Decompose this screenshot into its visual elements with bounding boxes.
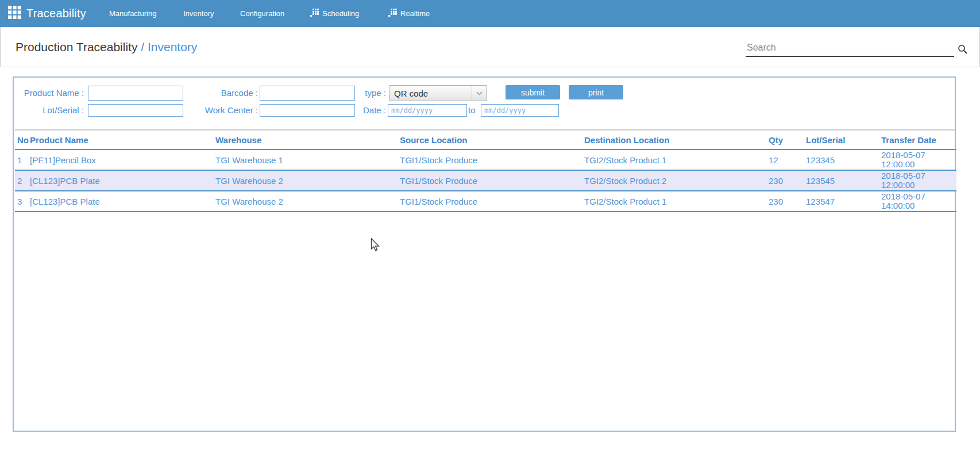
- cell-qty: 12: [769, 149, 806, 170]
- col-header-lot-serial: Lot/Serial: [806, 130, 881, 149]
- top-navbar: Traceability Manufacturing Inventory Con…: [0, 0, 980, 27]
- date-from-input[interactable]: [388, 104, 467, 117]
- brand[interactable]: Traceability: [8, 0, 86, 27]
- table-row: 1 [PE11]Pencil Box TGI Warehouse 1 TGI1/…: [15, 149, 956, 170]
- cell-no: 2: [15, 170, 30, 191]
- breadcrumb-separator: /: [141, 40, 144, 53]
- brand-title: Traceability: [26, 7, 86, 20]
- nav-item-configuration[interactable]: Configuration: [240, 0, 284, 27]
- search-input[interactable]: [746, 40, 954, 57]
- nav-item-manufacturing[interactable]: Manufacturing: [109, 0, 156, 27]
- submit-button[interactable]: submit: [506, 85, 560, 99]
- page-title-text: Production Traceability: [16, 40, 137, 53]
- cell-warehouse: TGI Warehouse 1: [215, 149, 400, 170]
- col-header-product-name: Product Name: [30, 130, 215, 149]
- col-header-qty: Qty: [769, 130, 806, 149]
- cell-source-location: TGI1/Stock Produce: [400, 170, 584, 191]
- date-to-input[interactable]: [481, 104, 559, 117]
- cell-transfer-date: 2018-05-07 12:00:00: [881, 170, 956, 191]
- lot-serial-label: Lot/Serial :: [14, 104, 84, 117]
- cell-lot-serial: 123345: [806, 149, 881, 170]
- content-panel: Product Name : Barcode : type : QR code …: [13, 76, 956, 432]
- grid-icon: [388, 9, 397, 19]
- grid-icon: [310, 9, 319, 19]
- results-table: No Product Name Warehouse Source Locatio…: [15, 129, 956, 212]
- type-select[interactable]: QR code: [389, 85, 487, 101]
- nav-item-label: Realtime: [400, 9, 430, 18]
- page-header: Production Traceability / Inventory: [0, 27, 980, 67]
- cell-lot-serial: 123547: [806, 191, 881, 212]
- nav-item-scheduling[interactable]: Scheduling: [310, 0, 359, 27]
- table-header-row: No Product Name Warehouse Source Locatio…: [15, 130, 956, 149]
- col-header-transfer-date: Transfer Date: [881, 130, 956, 149]
- cell-warehouse: TGI Warehouse 2: [215, 170, 400, 191]
- table-row: 2 [CL123]PCB Plate TGI Warehouse 2 TGI1/…: [15, 170, 956, 191]
- nav-item-label: Inventory: [183, 9, 214, 18]
- type-select-value: QR code: [389, 89, 472, 98]
- apps-grid-icon: [8, 6, 21, 21]
- magnifier-icon[interactable]: [958, 44, 968, 55]
- date-label: Date :: [318, 104, 386, 117]
- col-header-no: No: [15, 130, 30, 149]
- nav-item-label: Configuration: [240, 9, 284, 18]
- print-button[interactable]: print: [569, 85, 623, 99]
- cell-transfer-date: 2018-05-07 12:00:00: [881, 149, 956, 170]
- results-table-wrap: No Product Name Warehouse Source Locatio…: [15, 129, 956, 212]
- cell-source-location: TGI1/Stock Produce: [400, 149, 584, 170]
- nav-item-label: Scheduling: [322, 9, 359, 18]
- work-center-label: Work Center :: [175, 104, 258, 117]
- cell-product-name: [PE11]Pencil Box: [30, 149, 215, 170]
- barcode-label: Barcode :: [175, 86, 258, 101]
- col-header-destination-location: Destination Location: [584, 130, 769, 149]
- cell-destination-location: TGI2/Stock Product 1: [584, 191, 769, 212]
- chevron-down-icon: [472, 86, 487, 101]
- type-label: type :: [318, 86, 386, 101]
- cell-lot-serial: 123545: [806, 170, 881, 191]
- cell-no: 1: [15, 149, 30, 170]
- cell-no: 3: [15, 191, 30, 212]
- page-title: Production Traceability / Inventory: [16, 40, 197, 54]
- cell-source-location: TGI1/Stock Produce: [400, 191, 584, 212]
- product-name-label: Product Name :: [14, 86, 84, 101]
- product-name-input[interactable]: [88, 86, 183, 101]
- table-row: 3 [CL123]PCB Plate TGI Warehouse 2 TGI1/…: [15, 191, 956, 212]
- nav-item-inventory[interactable]: Inventory: [183, 0, 214, 27]
- cell-transfer-date: 2018-05-07 14:00:00: [881, 191, 956, 212]
- cell-qty: 230: [769, 191, 806, 212]
- cell-destination-location: TGI2/Stock Product 2: [584, 170, 769, 191]
- cell-product-name: [CL123]PCB Plate: [30, 191, 215, 212]
- nav-item-label: Manufacturing: [109, 9, 156, 18]
- col-header-warehouse: Warehouse: [215, 130, 400, 149]
- breadcrumb-current: Inventory: [148, 40, 197, 53]
- cell-warehouse: TGI Warehouse 2: [215, 191, 400, 212]
- cell-destination-location: TGI2/Stock Product 1: [584, 149, 769, 170]
- cell-qty: 230: [769, 170, 806, 191]
- lot-serial-input[interactable]: [88, 104, 183, 117]
- date-to-label: to: [468, 104, 476, 117]
- cell-product-name: [CL123]PCB Plate: [30, 170, 215, 191]
- nav-item-realtime[interactable]: Realtime: [388, 0, 430, 27]
- col-header-source-location: Source Location: [400, 130, 584, 149]
